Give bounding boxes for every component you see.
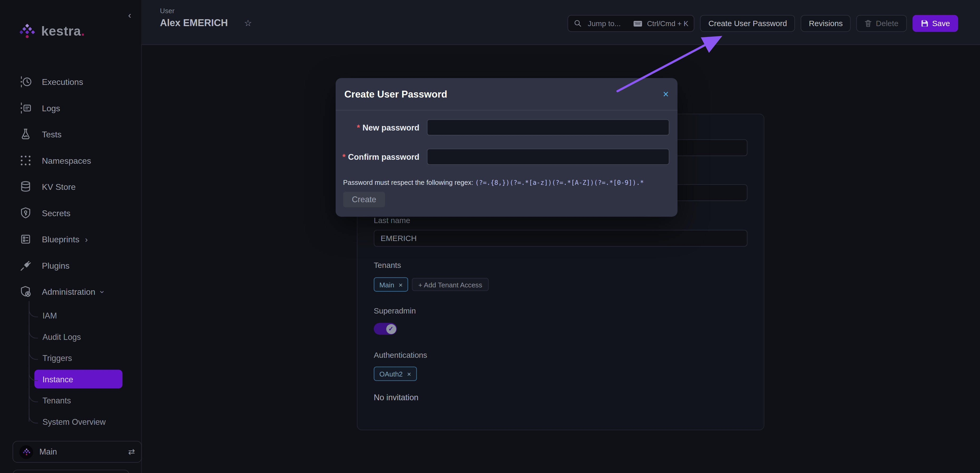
sidebar-item-secrets[interactable]: Secrets (0, 200, 141, 226)
tenant-avatar (19, 445, 33, 459)
kestra-mark-icon (19, 22, 36, 39)
chevron-right-icon: › (85, 234, 88, 244)
trash-icon (865, 19, 872, 27)
modal-close-icon[interactable]: × (663, 88, 669, 100)
add-tenant-access-button[interactable]: + Add Tenant Access (412, 278, 489, 291)
auth-chip-label: OAuth2 (379, 370, 402, 377)
plug-icon (19, 259, 32, 271)
confirm-password-input[interactable] (427, 149, 670, 165)
sidebar-item-label: Executions (42, 77, 83, 87)
superadmin-toggle[interactable]: ✓ (374, 323, 397, 335)
subitem-label: IAM (43, 311, 57, 320)
last-name-input[interactable] (374, 230, 747, 247)
sidebar: ‹ kestra. Exe (0, 0, 142, 473)
sidebar-subitem-instance[interactable]: Instance (29, 368, 123, 390)
sidebar-item-administration[interactable]: Administration › (0, 278, 141, 305)
executions-clock-icon (19, 76, 32, 88)
page-title: Alex EMERICH (160, 17, 228, 29)
tenant-switcher[interactable]: Main ⇄ (13, 441, 142, 463)
authentications-label: Authentications (374, 351, 427, 360)
sidebar-item-label: Namespaces (42, 156, 91, 165)
sidebar-item-label: Secrets (42, 208, 70, 218)
jump-to-search[interactable]: Ctrl/Cmd + K (568, 15, 695, 32)
database-icon (19, 181, 32, 193)
modal-title: Create User Password (344, 88, 447, 100)
chevron-down-icon: › (98, 290, 107, 293)
auth-chip-oauth2[interactable]: OAuth2 × (374, 367, 417, 381)
save-label: Save (932, 19, 950, 28)
blueprint-icon (19, 233, 32, 245)
logs-icon (19, 102, 32, 114)
tenant-chip-label: Main (379, 281, 394, 288)
save-floppy-icon (920, 19, 929, 27)
sidebar-subitem-tenants[interactable]: Tenants (29, 390, 123, 411)
tenants-label: Tenants (374, 261, 401, 270)
flask-icon (19, 128, 32, 141)
subitem-label: Triggers (43, 353, 72, 362)
top-header: User Alex EMERICH ☆ Ctrl/Cmd + K Create … (141, 0, 980, 45)
remove-tenant-icon[interactable]: × (399, 281, 402, 288)
authentications-chips: OAuth2 × (374, 367, 417, 381)
sidebar-subitem-system-overview[interactable]: System Overview (29, 411, 123, 432)
save-button[interactable]: Save (912, 15, 958, 32)
password-regex-hint: Password must respect the following rege… (343, 178, 644, 186)
shield-account-icon (19, 285, 32, 298)
subitem-label: System Overview (43, 417, 106, 426)
header-title-block: User Alex EMERICH ☆ (160, 7, 252, 29)
confirm-password-label: Confirm password (348, 152, 419, 162)
tenant-switcher-secondary[interactable] (13, 470, 129, 473)
sidebar-item-logs[interactable]: Logs (0, 95, 141, 121)
last-name-label: Last name (374, 216, 410, 225)
header-actions: Ctrl/Cmd + K Create User Password Revisi… (568, 15, 958, 32)
sidebar-item-plugins[interactable]: Plugins (0, 252, 141, 278)
search-icon (574, 19, 582, 27)
logo-dot: . (81, 24, 85, 38)
sidebar-item-blueprints[interactable]: Blueprints › (0, 226, 141, 252)
sidebar-item-executions[interactable]: Executions (0, 69, 141, 95)
sidebar-item-label: Administration (42, 287, 95, 296)
required-marker: * (342, 152, 346, 162)
create-password-button[interactable]: Create (343, 192, 385, 207)
modal-header: Create User Password × (336, 78, 678, 111)
hint-prefix: Password must respect the following rege… (343, 178, 475, 186)
sidebar-nav: Executions Logs Tests (0, 69, 141, 432)
favorite-star-icon[interactable]: ☆ (244, 18, 252, 28)
remove-auth-icon[interactable]: × (407, 370, 411, 377)
sidebar-item-namespaces[interactable]: Namespaces (0, 148, 141, 173)
required-marker: * (357, 122, 360, 132)
swap-tenant-icon[interactable]: ⇄ (128, 447, 135, 457)
delete-button[interactable]: Delete (856, 15, 907, 32)
tenants-chips: Main × + Add Tenant Access (374, 277, 488, 292)
create-user-password-button[interactable]: Create User Password (700, 15, 795, 32)
kestra-mark-icon (22, 448, 30, 456)
kestra-logo: kestra. (19, 22, 85, 39)
sidebar-subitem-iam[interactable]: IAM (29, 305, 123, 326)
sidebar-item-kv-store[interactable]: KV Store (0, 173, 141, 200)
hint-regex: (?=.{8,})(?=.*[a-z])(?=.*[A-Z])(?=.*[0-9… (475, 179, 644, 186)
new-password-input[interactable] (427, 119, 670, 135)
sidebar-item-tests[interactable]: Tests (0, 121, 141, 148)
superadmin-label: Superadmin (374, 306, 416, 315)
revisions-button[interactable]: Revisions (801, 15, 851, 32)
tenant-chip-main[interactable]: Main × (374, 277, 408, 292)
delete-label: Delete (876, 19, 899, 28)
toggle-check-icon: ✓ (386, 324, 396, 334)
sidebar-item-label: KV Store (42, 182, 76, 191)
logo-text: kestra (41, 24, 81, 38)
subitem-label: Tenants (43, 396, 71, 405)
no-invitation-text: No invitation (374, 393, 418, 402)
new-password-label: New password (363, 122, 420, 132)
administration-submenu: IAM Audit Logs Triggers Instance Tenants… (29, 305, 123, 432)
sidebar-collapse-icon[interactable]: ‹ (128, 10, 131, 20)
subitem-label: Instance (43, 375, 73, 384)
sidebar-item-label: Plugins (42, 261, 70, 270)
subitem-label: Audit Logs (43, 332, 81, 341)
create-user-password-modal: Create User Password × *New password *Co… (336, 78, 678, 217)
sidebar-item-label: Blueprints (42, 234, 80, 244)
sidebar-subitem-triggers[interactable]: Triggers (29, 347, 123, 368)
sidebar-item-label: Logs (42, 103, 60, 113)
search-shortcut: Ctrl/Cmd + K (647, 20, 689, 27)
sidebar-subitem-audit-logs[interactable]: Audit Logs (29, 326, 123, 347)
search-input[interactable] (587, 19, 629, 29)
app-root: ‹ kestra. Exe (0, 0, 980, 473)
